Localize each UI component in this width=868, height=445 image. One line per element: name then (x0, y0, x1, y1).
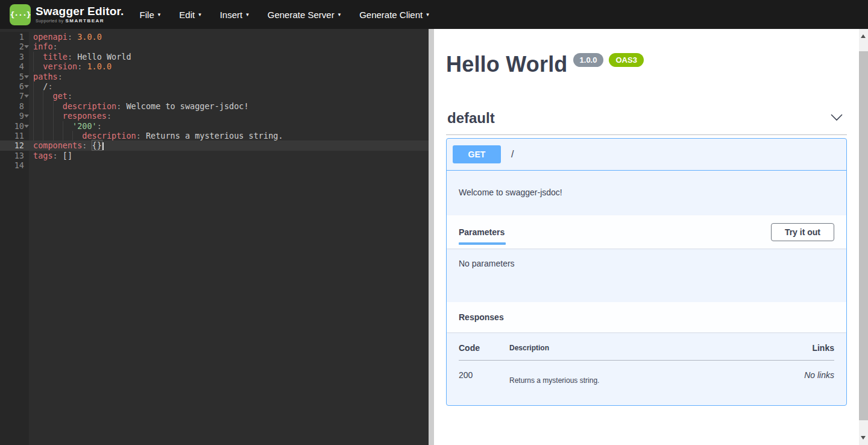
chevron-down-icon (830, 113, 843, 122)
indent-guides (33, 52, 43, 62)
column-code: Code (459, 343, 509, 361)
caret-down-icon: ▾ (158, 11, 161, 17)
caret-down-icon: ▾ (246, 11, 249, 17)
indent-guides (33, 62, 43, 71)
yaml-editor[interactable]: 1234567891011121314 openapi: 3.0.0info:t… (0, 29, 429, 445)
swagger-editor-logo[interactable]: {···} Swagger Editor. Supported bySMARTB… (10, 4, 124, 25)
collapse-section-button[interactable] (826, 111, 847, 126)
supported-by-label: Supported bySMARTBEAR (36, 19, 124, 24)
fold-arrow-icon[interactable] (24, 115, 29, 118)
code-line[interactable]: openapi: 3.0.0 (29, 32, 429, 42)
code-token-punct: : (107, 111, 112, 121)
gutter-line-number: 7 (0, 91, 29, 101)
scrollbar-up-arrow-icon[interactable] (861, 34, 866, 38)
code-line[interactable]: version: 1.0.0 (29, 62, 429, 71)
code-token-num: 1.0.0 (87, 62, 112, 71)
menu-edit[interactable]: Edit ▾ (179, 10, 201, 20)
text-cursor (102, 142, 104, 150)
operation-summary[interactable]: GET / (447, 139, 846, 171)
code-token-punct: : (116, 101, 126, 111)
column-description: Description (509, 343, 780, 361)
fold-arrow-icon[interactable] (24, 75, 29, 78)
code-token-punct: : (53, 42, 58, 51)
code-line[interactable]: responses: (29, 111, 429, 121)
code-token-punct: : (97, 121, 102, 131)
try-it-out-button[interactable]: Try it out (771, 223, 834, 241)
gutter-line-number: 4 (0, 62, 29, 71)
parameters-tab[interactable]: Parameters (459, 219, 506, 245)
operation-description: Welcome to swagger-jsdoc! (447, 171, 846, 215)
menu-generate-client-label: Generate Client (359, 10, 423, 20)
responses-title: Responses (459, 312, 504, 322)
response-links: No links (780, 361, 834, 385)
code-token-str: '200' (72, 121, 97, 131)
responses-table-header-row: Code Description Links (459, 343, 834, 361)
fold-arrow-icon[interactable] (24, 45, 29, 48)
gutter-line-number: 5 (0, 72, 29, 81)
code-line[interactable]: paths: (29, 72, 429, 81)
indent-guides (33, 131, 82, 140)
code-line[interactable]: components: {} (29, 140, 429, 150)
code-token-plain: Hello World (77, 52, 131, 62)
oas3-badge: OAS3 (609, 53, 643, 67)
tag-section-default[interactable]: default (446, 110, 847, 135)
menu-insert[interactable]: Insert ▾ (220, 10, 249, 20)
menu-file[interactable]: File ▾ (140, 10, 161, 20)
code-line[interactable]: '200': (29, 121, 429, 131)
code-line[interactable]: description: Returns a mysterious string… (29, 131, 429, 140)
fold-arrow-icon[interactable] (24, 85, 29, 88)
code-token-punct: : (48, 81, 52, 91)
scrollbar-thumb[interactable] (859, 51, 868, 420)
code-token-key: description (63, 101, 116, 111)
swagger-ui-preview: Hello World 1.0.0 OAS3 default GET / Wel… (434, 29, 868, 445)
code-line[interactable]: /: (29, 81, 429, 91)
menu-generate-server[interactable]: Generate Server ▾ (268, 10, 341, 20)
fold-arrow-icon[interactable] (24, 95, 29, 98)
api-title-row: Hello World 1.0.0 OAS3 (446, 52, 847, 77)
parameters-tab-label: Parameters (459, 227, 506, 237)
code-line[interactable] (29, 160, 429, 170)
http-method-badge: GET (453, 145, 501, 163)
code-line[interactable]: info: (29, 42, 429, 51)
responses-table: Code Description Links 200 Returns a mys… (459, 343, 834, 385)
code-token-key: paths (33, 72, 58, 81)
menu-insert-label: Insert (220, 10, 243, 20)
active-tab-underline (459, 242, 506, 245)
code-token-key: version (43, 62, 77, 71)
menu-generate-client[interactable]: Generate Client ▾ (359, 10, 429, 20)
code-line[interactable]: tags: [] (29, 151, 429, 160)
indent-guides (33, 101, 63, 111)
smartbear-brand: SMARTBEAR (65, 18, 104, 24)
code-token-key: get (53, 91, 68, 101)
no-parameters-text: No parameters (459, 259, 515, 268)
editor-lines[interactable]: openapi: 3.0.0info:title: Hello Worldver… (29, 32, 429, 445)
pane-splitter[interactable] (429, 29, 434, 445)
api-title: Hello World (446, 52, 568, 77)
fold-arrow-icon[interactable] (24, 125, 29, 128)
code-line[interactable]: get: (29, 91, 429, 101)
code-token-key: info (33, 42, 53, 51)
code-token-punct: : (77, 62, 87, 71)
caret-down-icon: ▾ (338, 11, 341, 17)
code-token-key: tags (33, 151, 53, 160)
code-token-key: title (43, 52, 68, 62)
main-split: 1234567891011121314 openapi: 3.0.0info:t… (0, 29, 868, 445)
gutter-line-number: 2 (0, 42, 29, 51)
code-token-punct: : (68, 32, 77, 42)
page-scrollbar[interactable] (859, 29, 868, 445)
swagger-braces-glyph: {···} (10, 10, 30, 19)
column-links: Links (780, 343, 834, 361)
code-token-plain: Returns a mysterious string. (146, 131, 283, 140)
code-token-key: description (82, 131, 136, 140)
gutter-line-number: 13 (0, 151, 29, 160)
gutter-line-number: 6 (0, 81, 29, 91)
code-line[interactable]: description: Welcome to swagger-jsdoc! (29, 101, 429, 111)
scrollbar-down-arrow-icon[interactable] (861, 436, 866, 440)
code-line[interactable]: title: Hello World (29, 52, 429, 62)
parameters-section-header: Parameters Try it out (447, 215, 846, 248)
code-token-num: 3.0.0 (77, 32, 102, 42)
menu-generate-server-label: Generate Server (268, 10, 335, 20)
code-token-punct: : (136, 131, 146, 140)
response-row-200: 200 Returns a mysterious string. No link… (459, 361, 834, 385)
top-header-bar: {···} Swagger Editor. Supported bySMARTB… (0, 0, 868, 29)
